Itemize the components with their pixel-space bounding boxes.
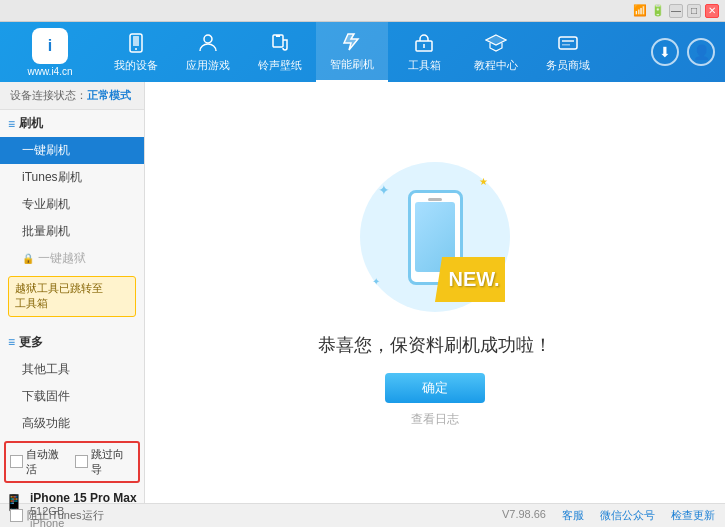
nav-tutorial[interactable]: 教程中心 [460, 22, 532, 82]
logo-icon: i [32, 28, 68, 64]
flash-group-title[interactable]: ≡ 刷机 [0, 110, 144, 137]
sparkle-bl: ✦ [372, 276, 380, 287]
nav-ringtones-label: 铃声壁纸 [258, 58, 302, 73]
sidebar-item-advanced[interactable]: 高级功能 [0, 410, 144, 437]
sidebar-options-row: 自动激活 跳过向导 [4, 441, 140, 483]
guide-activation-checkbox[interactable] [75, 455, 88, 468]
circle-background: ✦ ★ ✦ NEW. [360, 162, 510, 312]
sidebar-item-itunes-flash[interactable]: iTunes刷机 [0, 164, 144, 191]
battery-icon: 🔋 [651, 4, 665, 17]
connection-status: 设备连接状态：正常模式 [0, 82, 144, 110]
nav-smart-flash-label: 智能刷机 [330, 57, 374, 72]
sidebar-item-one-key-flash[interactable]: 一键刷机 [0, 137, 144, 164]
nav-toolbox-label: 工具箱 [408, 58, 441, 73]
main-layout: 设备连接状态：正常模式 ≡ 刷机 一键刷机 iTunes刷机 专业刷机 批量刷机… [0, 82, 725, 503]
header-right-actions: ⬇ 👤 [651, 38, 715, 66]
guide-activation-option[interactable]: 跳过向导 [75, 447, 134, 477]
svg-rect-5 [276, 35, 280, 37]
more-group-icon: ≡ [8, 335, 15, 349]
app-header: i www.i4.cn 我的设备 应用游戏 [0, 22, 725, 82]
status-mode: 正常模式 [87, 89, 131, 101]
nav-apps-games-label: 应用游戏 [186, 58, 230, 73]
auto-activate-checkbox[interactable] [10, 455, 23, 468]
bottom-right-links: V7.98.66 客服 微信公众号 检查更新 [502, 508, 715, 523]
tutorial-icon [484, 31, 508, 55]
auto-activate-label: 自动激活 [26, 447, 69, 477]
toolbox-icon [412, 31, 436, 55]
sparkle-tr: ★ [479, 176, 488, 187]
new-badge-text: NEW. [448, 268, 499, 291]
svg-rect-10 [562, 44, 570, 46]
itunes-checkbox[interactable] [10, 509, 23, 522]
view-log-link[interactable]: 查看日志 [411, 411, 459, 428]
more-group-label: 更多 [19, 334, 43, 351]
status-label: 设备连接状态： [10, 89, 87, 101]
logo-subtitle: www.i4.cn [27, 66, 72, 77]
flash-group-label: 刷机 [19, 115, 43, 132]
my-device-icon [124, 31, 148, 55]
window-titlebar: 📶 🔋 — □ ✕ [0, 0, 725, 22]
success-message: 恭喜您，保资料刷机成功啦！ [318, 333, 552, 357]
itunes-label: 阻止iTunes运行 [27, 508, 104, 523]
nav-toolbox[interactable]: 工具箱 [388, 22, 460, 82]
more-section: ≡ 更多 其他工具 下载固件 高级功能 [0, 329, 144, 437]
nav-service[interactable]: 务员商域 [532, 22, 604, 82]
svg-rect-9 [562, 40, 574, 42]
nav-service-label: 务员商域 [546, 58, 590, 73]
nav-tutorial-label: 教程中心 [474, 58, 518, 73]
minimize-button[interactable]: — [669, 4, 683, 18]
download-button[interactable]: ⬇ [651, 38, 679, 66]
svg-rect-8 [559, 37, 577, 49]
sidebar-item-download-firmware[interactable]: 下载固件 [0, 383, 144, 410]
maximize-button[interactable]: □ [687, 4, 701, 18]
sidebar-notice: 越狱工具已跳转至 工具箱 [8, 276, 136, 317]
service-icon [556, 31, 580, 55]
device-name: iPhone 15 Pro Max [30, 491, 137, 505]
flash-section: ≡ 刷机 一键刷机 iTunes刷机 专业刷机 批量刷机 🔒 一键越狱 越狱工具… [0, 110, 144, 321]
auto-activate-option[interactable]: 自动激活 [10, 447, 69, 477]
nav-smart-flash[interactable]: 智能刷机 [316, 22, 388, 82]
more-group-title[interactable]: ≡ 更多 [0, 329, 144, 356]
action-buttons: 确定 查看日志 [385, 373, 485, 428]
customer-service-link[interactable]: 客服 [562, 508, 584, 523]
itunes-checkbox-row: 阻止iTunes运行 [10, 508, 104, 523]
sidebar-item-other-tools[interactable]: 其他工具 [0, 356, 144, 383]
svg-point-2 [135, 48, 137, 50]
nav-my-device[interactable]: 我的设备 [100, 22, 172, 82]
nav-apps-games[interactable]: 应用游戏 [172, 22, 244, 82]
sparkle-tl: ✦ [378, 182, 390, 198]
guide-activation-label: 跳过向导 [91, 447, 134, 477]
apps-games-icon [196, 31, 220, 55]
lock-icon: 🔒 [22, 253, 34, 264]
wechat-link[interactable]: 微信公众号 [600, 508, 655, 523]
sidebar-item-pro-flash[interactable]: 专业刷机 [0, 191, 144, 218]
sidebar-item-batch-flash[interactable]: 批量刷机 [0, 218, 144, 245]
version-number: V7.98.66 [502, 508, 546, 523]
success-illustration: ✦ ★ ✦ NEW. 恭喜您，保资料刷机成功啦！ 确定 [318, 157, 552, 428]
svg-rect-1 [133, 36, 139, 46]
check-update-link[interactable]: 检查更新 [671, 508, 715, 523]
phone-speaker [428, 198, 442, 201]
ringtones-icon [268, 31, 292, 55]
sidebar-item-jailbreak: 🔒 一键越狱 [0, 245, 144, 272]
new-badge: NEW. [435, 257, 505, 302]
close-button[interactable]: ✕ [705, 4, 719, 18]
nav-ringtones[interactable]: 铃声壁纸 [244, 22, 316, 82]
phone-graphic: ✦ ★ ✦ NEW. [355, 157, 515, 317]
flash-group-icon: ≡ [8, 117, 15, 131]
sidebar: 设备连接状态：正常模式 ≡ 刷机 一键刷机 iTunes刷机 专业刷机 批量刷机… [0, 82, 145, 503]
user-account-button[interactable]: 👤 [687, 38, 715, 66]
main-content: ✦ ★ ✦ NEW. 恭喜您，保资料刷机成功啦！ 确定 [145, 82, 725, 503]
nav-bar: 我的设备 应用游戏 铃声壁纸 [100, 22, 651, 82]
confirm-button[interactable]: 确定 [385, 373, 485, 403]
wifi-icon: 📶 [633, 4, 647, 17]
svg-point-3 [204, 35, 212, 43]
app-logo: i www.i4.cn [10, 28, 90, 77]
smart-flash-icon [340, 30, 364, 54]
nav-my-device-label: 我的设备 [114, 58, 158, 73]
